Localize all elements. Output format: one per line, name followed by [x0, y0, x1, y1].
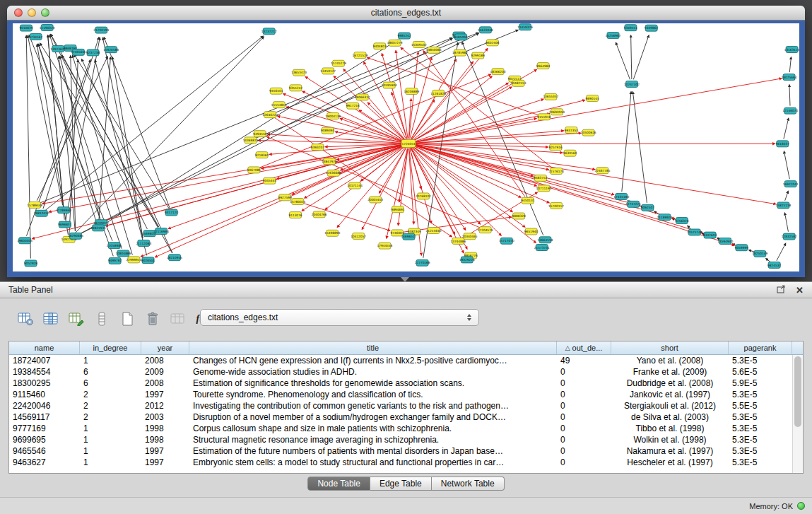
graph-node[interactable]: 9349551: [624, 25, 637, 31]
column-header-in_degree[interactable]: in_degree: [80, 341, 141, 354]
tab-node-table[interactable]: Node Table: [307, 477, 370, 491]
graph-node[interactable]: 9026501: [141, 257, 155, 264]
graph-node[interactable]: 9256320: [675, 218, 688, 224]
row-selector-button[interactable]: [92, 310, 112, 328]
graph-node[interactable]: 10171144: [347, 182, 363, 189]
graph-node[interactable]: 9824537: [767, 262, 781, 268]
network-window-titlebar[interactable]: citations_edges.txt: [7, 6, 805, 21]
float-panel-icon[interactable]: [777, 285, 786, 296]
graph-node[interactable]: 18607279: [387, 40, 403, 46]
graph-node[interactable]: 9888328: [512, 213, 526, 219]
graph-node[interactable]: 9342603: [703, 232, 717, 238]
graph-node[interactable]: 10412057: [351, 233, 366, 239]
graph-node[interactable]: 9237238: [86, 49, 100, 56]
graph-node[interactable]: 18366200: [490, 69, 506, 75]
graph-node[interactable]: 19329226: [459, 257, 475, 263]
graph-node[interactable]: 10747302: [624, 81, 640, 88]
graph-hub-node[interactable]: 1724054: [401, 140, 416, 148]
graph-node[interactable]: 13163125: [784, 46, 799, 52]
graph-node[interactable]: 22999911: [126, 257, 141, 263]
graph-node[interactable]: 13664558: [538, 237, 553, 243]
table-mode-button[interactable]: [16, 310, 35, 328]
close-window-button[interactable]: [14, 8, 23, 17]
graph-node[interactable]: 11459376: [517, 24, 533, 30]
graph-node[interactable]: 18785982: [452, 49, 468, 56]
graph-node[interactable]: 15309102: [411, 41, 427, 47]
graph-node[interactable]: 15717070: [499, 238, 514, 244]
graph-node[interactable]: 10711195: [536, 185, 552, 192]
graph-node[interactable]: 9494550: [253, 131, 266, 137]
close-panel-icon[interactable]: ✕: [796, 286, 804, 295]
column-header-out_de[interactable]: △out_de...: [557, 341, 611, 354]
graph-node[interactable]: 15745279: [331, 60, 346, 66]
graph-node[interactable]: 11554814: [271, 102, 287, 108]
graph-node[interactable]: 9602406: [486, 40, 499, 46]
graph-node[interactable]: 17435180: [613, 193, 629, 199]
graph-node[interactable]: 9630560: [563, 150, 577, 156]
graph-node[interactable]: 9404803: [373, 43, 387, 49]
column-header-pagerank[interactable]: pagerank: [729, 341, 792, 354]
graph-node[interactable]: 9927599: [278, 194, 292, 201]
graph-node[interactable]: 13450127: [320, 68, 336, 74]
table-row[interactable]: 946554611997Estimation of the future num…: [9, 445, 792, 457]
graph-node[interactable]: 9089393: [321, 127, 334, 134]
graph-node[interactable]: 10804889: [115, 250, 131, 257]
graph-node[interactable]: 21112083: [136, 240, 151, 246]
graph-node[interactable]: 9456501: [269, 88, 283, 94]
zoom-window-button[interactable]: [41, 8, 49, 17]
graph-node[interactable]: 21573731: [534, 245, 550, 251]
graph-node[interactable]: 10595904: [382, 82, 397, 88]
graph-node[interactable]: 9734567: [29, 33, 42, 40]
tab-edge-table[interactable]: Edge Table: [370, 477, 432, 491]
graph-node[interactable]: 9618037: [776, 141, 789, 147]
graph-node[interactable]: 22116984: [153, 228, 169, 235]
graph-node[interactable]: 16922041: [783, 181, 799, 187]
select-columns-button[interactable]: [41, 310, 61, 328]
graph-node[interactable]: 9092507: [641, 204, 654, 211]
graph-node[interactable]: 13655357: [543, 93, 558, 100]
graph-node[interactable]: 18831931: [90, 225, 106, 231]
graph-node[interactable]: 9964984: [536, 63, 550, 69]
minimize-window-button[interactable]: [28, 8, 36, 17]
graph-node[interactable]: 9045445: [263, 177, 276, 184]
graph-node[interactable]: 9299189: [471, 52, 485, 59]
graph-node[interactable]: 16206889: [404, 88, 419, 95]
graph-node[interactable]: 21215640: [426, 227, 442, 233]
graph-node[interactable]: 13237212: [261, 28, 277, 35]
graph-node[interactable]: 9917216: [346, 103, 360, 109]
graph-node[interactable]: 21189922: [657, 214, 672, 221]
graph-node[interactable]: 15789448: [27, 201, 42, 208]
graph-node[interactable]: 13653473: [291, 69, 307, 76]
graph-node[interactable]: 9257916: [549, 144, 563, 151]
graph-node[interactable]: 14633048: [478, 27, 493, 33]
scrollbar-thumb[interactable]: [794, 356, 801, 427]
graph-node[interactable]: 9393207: [311, 144, 324, 151]
graph-node[interactable]: 11190320: [40, 25, 55, 31]
graph-node[interactable]: 9483752: [534, 175, 547, 181]
delete-table-button[interactable]: [143, 310, 163, 328]
graph-node[interactable]: 9317120: [165, 209, 178, 216]
column-header-name[interactable]: name: [9, 341, 80, 354]
table-selector-dropdown[interactable]: citations_edges.txt: [200, 309, 479, 326]
import-table-button[interactable]: [168, 310, 188, 328]
graph-node[interactable]: 20005453: [367, 197, 383, 203]
graph-node[interactable]: 19810450: [34, 210, 49, 216]
graph-node[interactable]: 20690959: [549, 109, 565, 115]
graph-node[interactable]: 18210954: [167, 255, 182, 261]
graph-node[interactable]: 9113076: [288, 212, 302, 218]
graph-node[interactable]: 9309862: [645, 25, 658, 31]
graph-node[interactable]: 9690145: [586, 95, 599, 101]
new-table-button[interactable]: [117, 310, 137, 328]
graph-node[interactable]: 19004130: [325, 112, 341, 119]
graph-node[interactable]: 9894691: [391, 206, 404, 213]
graph-node[interactable]: 17944558: [377, 243, 392, 249]
table-row[interactable]: 1872400712008Changes of HCN gene express…: [9, 355, 792, 366]
graph-node[interactable]: 9499782: [108, 257, 122, 264]
graph-node[interactable]: 9010839: [19, 25, 33, 31]
graph-node[interactable]: 10500626: [581, 129, 596, 136]
graph-node[interactable]: 13744886: [450, 238, 466, 244]
graph-node[interactable]: 11261828: [430, 90, 446, 96]
graph-node[interactable]: 15825118: [775, 202, 791, 209]
table-row[interactable]: 911546021997Tourette syndrome. Phenomeno…: [9, 389, 792, 400]
graph-node[interactable]: 9485091: [454, 34, 468, 40]
